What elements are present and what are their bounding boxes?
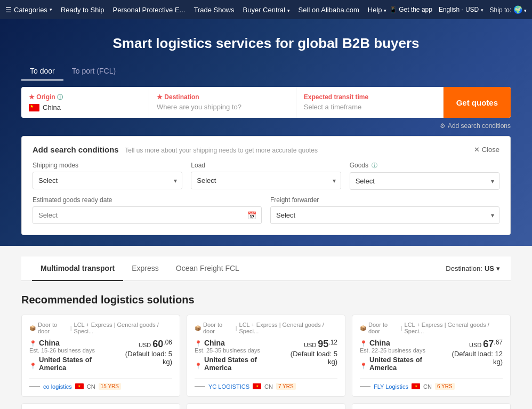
- chevron-down-icon: ▾: [481, 7, 483, 13]
- chevron-down-icon: ▾: [50, 7, 52, 12]
- nav-right: 📱 Get the app English - USD ▾ Ship to: 🌍…: [389, 5, 527, 14]
- origin-field: ★ Origin ⓘ China: [21, 87, 149, 118]
- destination-label: Destination:: [446, 264, 482, 272]
- card-route: 📍 China Est. 15-26 business days 📍 Unite…: [29, 339, 172, 376]
- location-icon: 📍: [29, 363, 37, 370]
- nav-buyer-central[interactable]: Buyer Central ▾: [243, 6, 290, 14]
- origin-value[interactable]: China: [29, 103, 141, 111]
- tab-to-port[interactable]: To port (FCL): [63, 62, 124, 81]
- logistics-card[interactable]: 📦 Door to door | LCL + Express | General…: [187, 315, 345, 397]
- main-content: Multimodal transport Express Ocean Freig…: [0, 246, 532, 409]
- nav-ppe[interactable]: Personal Protective E...: [113, 6, 186, 14]
- logistics-card[interactable]: 📦 Door to door | Air + Express | General…: [21, 403, 180, 409]
- transit-label: Expected transit time: [304, 93, 436, 101]
- card-dest-row: 📍 United States of America: [29, 356, 116, 376]
- panel-title-area: Add search conditions Tell us more about…: [33, 145, 318, 154]
- provider-country: CN: [87, 383, 95, 390]
- flag-icon: 🌍: [513, 5, 522, 14]
- categories-button[interactable]: ☰ Categories ▾: [5, 6, 52, 14]
- conditions-row1: Shipping modes Select Load Select Goods: [33, 162, 499, 190]
- location-icon: 📍: [360, 340, 367, 347]
- card-services: LCL + Express | General goods / Speci...: [405, 322, 503, 334]
- freight-label: Freight forwarder: [270, 196, 499, 204]
- location-icon: 📍: [360, 363, 367, 370]
- box-icon: 📦: [195, 325, 201, 331]
- card-dest-row: 📍 United States of America: [195, 356, 281, 376]
- hero-section: Smart logistics services for global B2B …: [0, 19, 532, 246]
- freight-field: Freight forwarder Select: [270, 196, 499, 224]
- logistics-card[interactable]: 📦 Door to door | LCL + Express | General…: [21, 315, 180, 397]
- panel-header: Add search conditions Tell us more about…: [33, 145, 499, 154]
- provider-years: 15 YRS: [99, 383, 121, 390]
- card-origin: China: [39, 339, 60, 347]
- add-conditions-link[interactable]: ⚙ Add search conditions: [440, 122, 511, 130]
- shipping-modes-label: Shipping modes: [33, 162, 182, 169]
- tab-express[interactable]: Express: [123, 256, 167, 281]
- card-provider: YC LOGISTICS ★ CN 7 YRS: [195, 378, 337, 390]
- transit-field[interactable]: Expected transit time Select a timeframe: [296, 87, 444, 118]
- nav-left: ☰ Categories ▾ Ready to Ship Personal Pr…: [5, 6, 389, 14]
- est-date-input[interactable]: [33, 206, 262, 224]
- provider-years: 7 YRS: [276, 383, 296, 390]
- filter-icon: ⚙: [440, 122, 446, 130]
- destination-selector[interactable]: Destination: US ▾: [446, 264, 500, 272]
- chevron-down-icon: ▾: [524, 8, 527, 13]
- provider-line: [195, 386, 205, 387]
- goods-info-icon: ⓘ: [372, 162, 377, 169]
- top-navigation: ☰ Categories ▾ Ready to Ship Personal Pr…: [0, 0, 532, 19]
- search-bar: ★ Origin ⓘ China ★ Destination Where are…: [21, 87, 511, 118]
- provider-line: [29, 386, 40, 387]
- goods-wrapper: Select: [350, 172, 499, 190]
- destination-field[interactable]: ★ Destination Where are you shipping to?: [149, 87, 296, 118]
- shipping-modes-select[interactable]: Select: [33, 172, 182, 189]
- main-tabs: To door To port (FCL): [21, 62, 511, 81]
- nav-ship-to[interactable]: Ship to: 🌍 ▾: [490, 5, 527, 14]
- mobile-icon: 📱: [389, 6, 397, 13]
- card-origin: China: [204, 339, 225, 347]
- est-date-field: Estimated goods ready date: [33, 196, 262, 224]
- provider-country: CN: [264, 383, 273, 390]
- card-destination: United States of America: [204, 356, 281, 372]
- nav-trade-shows[interactable]: Trade Shows: [194, 6, 234, 14]
- tab-multimodal[interactable]: Multimodal transport: [32, 256, 123, 281]
- card-services: LCL + Express | General goods / Speci...: [74, 322, 172, 334]
- conditions-panel: Add search conditions Tell us more about…: [21, 136, 511, 235]
- load-field: Load Select: [191, 162, 341, 190]
- card-destination: United States of America: [39, 356, 116, 372]
- goods-select[interactable]: Select: [350, 172, 499, 190]
- destination-placeholder: Where are you shipping to?: [157, 103, 288, 111]
- card-default-load: (Default load: 12 kg): [445, 350, 503, 366]
- load-wrapper: Select: [191, 172, 341, 189]
- info-icon: ⓘ: [57, 94, 63, 100]
- provider-flag-icon: ★: [253, 383, 261, 389]
- logistics-card[interactable]: 📦 Door to door | LCL + Express | General…: [352, 315, 511, 397]
- nav-get-app[interactable]: 📱 Get the app: [389, 6, 432, 13]
- card-route: 📍 China Est. 25-35 business days 📍 Unite…: [195, 339, 337, 376]
- load-select[interactable]: Select: [191, 172, 341, 189]
- logistics-card[interactable]: 📦 Door to door | LCL + Express | General…: [187, 403, 345, 409]
- freight-wrapper: Select: [270, 206, 499, 224]
- card-price: USD 67.67: [445, 339, 503, 350]
- card-default-load: (Default load: 5 kg): [116, 350, 172, 366]
- freight-select[interactable]: Select: [270, 206, 499, 224]
- logistics-card[interactable]: 📦 Door to door | LCL + Express | General…: [352, 403, 511, 409]
- tab-to-door[interactable]: To door: [21, 62, 63, 81]
- tab-ocean-fcl[interactable]: Ocean Freight FCL: [167, 256, 248, 281]
- menu-icon: ☰: [5, 6, 12, 14]
- card-destination: United States of America: [369, 356, 445, 372]
- close-conditions-button[interactable]: ✕ Close: [474, 146, 499, 154]
- card-default-load: (Default load: 5 kg): [281, 350, 337, 366]
- get-quotes-button[interactable]: Get quotes: [444, 87, 511, 118]
- provider-country: CN: [423, 383, 432, 390]
- location-icon: 📍: [195, 363, 202, 370]
- chevron-down-icon: ▾: [384, 8, 386, 13]
- provider-flag-icon: ★: [75, 383, 84, 389]
- nav-language[interactable]: English - USD ▾: [439, 6, 483, 13]
- card-tag: Door to door: [368, 322, 399, 334]
- nav-sell[interactable]: Sell on Alibaba.com: [299, 6, 359, 14]
- categories-label: Categories: [14, 6, 47, 14]
- card-tag: Door to door: [203, 322, 233, 334]
- box-icon: 📦: [360, 325, 366, 331]
- nav-ready-to-ship[interactable]: Ready to Ship: [61, 6, 104, 14]
- nav-help[interactable]: Help ▾: [368, 6, 386, 14]
